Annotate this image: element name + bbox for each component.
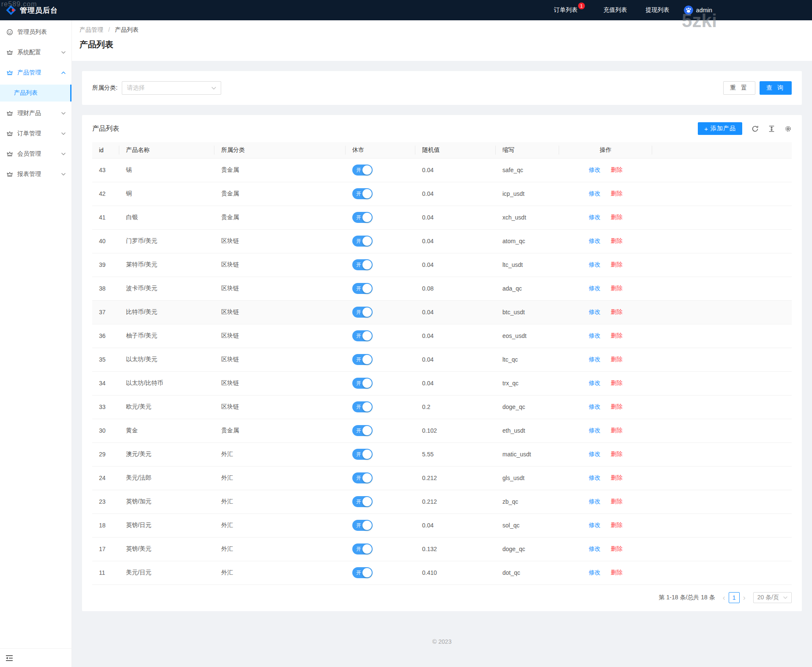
edit-link[interactable]: 修改: [589, 498, 601, 505]
page-size-select[interactable]: 20 条/页: [753, 592, 792, 603]
delete-link[interactable]: 删除: [611, 166, 623, 173]
market-open-switch[interactable]: 开: [352, 330, 373, 341]
cell-abbr: btc_usdt: [496, 300, 559, 324]
market-open-switch[interactable]: 开: [352, 354, 373, 365]
category-select[interactable]: 请选择: [122, 81, 221, 95]
search-button[interactable]: 查 询: [760, 81, 792, 95]
sidebar-item[interactable]: 产品管理: [0, 64, 71, 81]
pagination: 第 1-18 条/总共 18 条 ‹ 1 › 20 条/页: [92, 592, 792, 604]
edit-link[interactable]: 修改: [589, 522, 601, 528]
edit-link[interactable]: 修改: [589, 356, 601, 362]
delete-link[interactable]: 删除: [611, 261, 623, 268]
delete-link[interactable]: 删除: [611, 379, 623, 386]
app-title: 管理员后台: [20, 5, 58, 15]
username: admin: [696, 7, 712, 14]
edit-link[interactable]: 修改: [589, 427, 601, 434]
sidebar-item[interactable]: 报表管理: [0, 166, 71, 183]
delete-link[interactable]: 删除: [611, 403, 623, 410]
crown-icon: [6, 151, 13, 157]
breadcrumb-parent[interactable]: 产品管理: [80, 26, 103, 33]
market-open-switch[interactable]: 开: [352, 425, 373, 436]
sidebar-item[interactable]: 管理员列表: [0, 24, 71, 41]
refresh-icon[interactable]: [752, 125, 759, 132]
prev-page-icon[interactable]: ‹: [719, 592, 729, 603]
cell-id: 30: [92, 419, 119, 442]
settings-gear-icon[interactable]: [785, 125, 792, 132]
category-filter-label: 所属分类:: [92, 84, 118, 92]
sidebar-collapse-button[interactable]: [0, 648, 71, 667]
delete-link[interactable]: 删除: [611, 450, 623, 457]
market-open-switch[interactable]: 开: [352, 496, 373, 507]
delete-link[interactable]: 删除: [611, 522, 623, 528]
delete-link[interactable]: 删除: [611, 545, 623, 552]
cell-filler: [652, 371, 792, 395]
market-open-switch[interactable]: 开: [352, 401, 373, 412]
notification-badge: 1: [578, 3, 585, 9]
cell-category: 外汇: [214, 513, 346, 537]
market-open-switch[interactable]: 开: [352, 543, 373, 554]
delete-link[interactable]: 删除: [611, 474, 623, 481]
page-title: 产品列表: [80, 39, 802, 50]
cell-category: 外汇: [214, 490, 346, 513]
next-page-icon[interactable]: ›: [740, 592, 749, 603]
edit-link[interactable]: 修改: [589, 379, 601, 386]
edit-link[interactable]: 修改: [589, 285, 601, 291]
switch-knob: [362, 355, 372, 364]
page-number-1[interactable]: 1: [729, 592, 740, 603]
market-open-switch[interactable]: 开: [352, 307, 373, 318]
market-open-switch[interactable]: 开: [352, 520, 373, 531]
nav-item[interactable]: 充值列表: [604, 6, 627, 14]
delete-link[interactable]: 删除: [611, 332, 623, 339]
sidebar-item[interactable]: 系统配置: [0, 44, 71, 61]
delete-link[interactable]: 删除: [611, 308, 623, 315]
reset-button[interactable]: 重 置: [723, 81, 755, 95]
sidebar-subitem[interactable]: 产品列表: [0, 85, 71, 102]
table-card-header: 产品列表 + 添加产品: [82, 115, 802, 142]
market-open-switch[interactable]: 开: [352, 449, 373, 460]
delete-link[interactable]: 删除: [611, 237, 623, 244]
cell-category: 区块链: [214, 395, 346, 419]
edit-link[interactable]: 修改: [589, 569, 601, 576]
add-product-button[interactable]: + 添加产品: [698, 122, 742, 135]
delete-link[interactable]: 删除: [611, 356, 623, 362]
density-icon[interactable]: [768, 125, 775, 132]
edit-link[interactable]: 修改: [589, 545, 601, 552]
market-open-switch[interactable]: 开: [352, 283, 373, 294]
delete-link[interactable]: 删除: [611, 498, 623, 505]
delete-link[interactable]: 删除: [611, 569, 623, 576]
market-open-switch[interactable]: 开: [352, 165, 373, 176]
cell-market-switch: 开: [346, 395, 415, 419]
edit-link[interactable]: 修改: [589, 450, 601, 457]
market-open-switch[interactable]: 开: [352, 212, 373, 223]
cell-actions: 修改删除: [559, 466, 652, 490]
edit-link[interactable]: 修改: [589, 237, 601, 244]
edit-link[interactable]: 修改: [589, 166, 601, 173]
nav-item[interactable]: 提现列表: [646, 6, 669, 14]
market-open-switch[interactable]: 开: [352, 567, 373, 578]
market-open-switch[interactable]: 开: [352, 472, 373, 483]
nav-item[interactable]: 订单列表1: [554, 6, 585, 14]
sidebar-item[interactable]: 理财产品: [0, 105, 71, 122]
market-open-switch[interactable]: 开: [352, 378, 373, 389]
col-filler: [652, 142, 792, 158]
sidebar-item[interactable]: 订单管理: [0, 125, 71, 142]
edit-link[interactable]: 修改: [589, 474, 601, 481]
cell-abbr: xch_usdt: [496, 206, 559, 229]
delete-link[interactable]: 删除: [611, 427, 623, 434]
sidebar-item[interactable]: 会员管理: [0, 145, 71, 162]
user-menu[interactable]: admin: [684, 5, 712, 15]
col-random: 随机值: [415, 142, 496, 158]
edit-link[interactable]: 修改: [589, 190, 601, 197]
delete-link[interactable]: 删除: [611, 190, 623, 197]
delete-link[interactable]: 删除: [611, 214, 623, 220]
edit-link[interactable]: 修改: [589, 332, 601, 339]
edit-link[interactable]: 修改: [589, 403, 601, 410]
market-open-switch[interactable]: 开: [352, 188, 373, 199]
edit-link[interactable]: 修改: [589, 308, 601, 315]
cell-random: 0.04: [415, 253, 496, 277]
edit-link[interactable]: 修改: [589, 214, 601, 220]
market-open-switch[interactable]: 开: [352, 259, 373, 270]
delete-link[interactable]: 删除: [611, 285, 623, 291]
edit-link[interactable]: 修改: [589, 261, 601, 268]
market-open-switch[interactable]: 开: [352, 236, 373, 247]
